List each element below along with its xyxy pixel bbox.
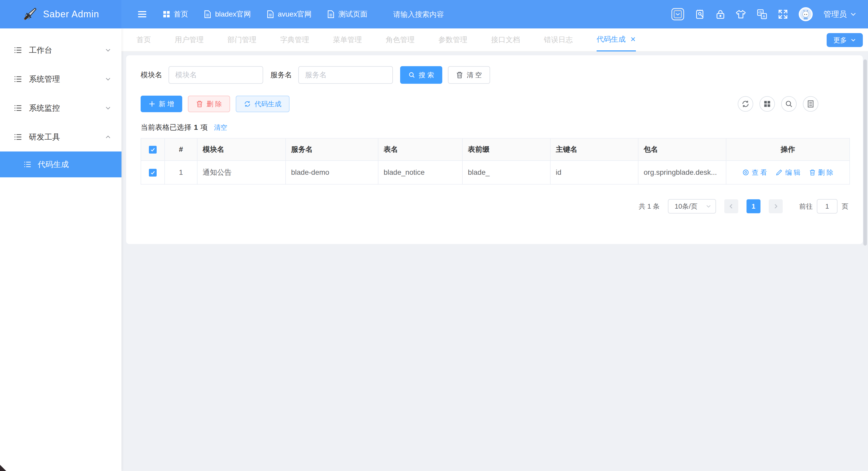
- refresh-icon-button[interactable]: [738, 96, 753, 112]
- cell-table: blade_notice: [378, 160, 462, 184]
- list-menu-icon: [13, 104, 22, 113]
- page-tab-departments[interactable]: 部门管理: [227, 28, 256, 52]
- delete-button[interactable]: 删 除: [188, 96, 230, 112]
- sidebar-item-system-monitor[interactable]: 系统监控: [0, 94, 122, 123]
- chevron-left-icon: [728, 203, 734, 210]
- debug-log-icon[interactable]: [695, 9, 705, 20]
- chevron-down-icon: [706, 203, 711, 209]
- page-tabs-bar: 首页 用户管理 部门管理 字典管理 菜单管理 角色管理 参数管理 接口文档 错误…: [122, 28, 868, 52]
- code-generate-button[interactable]: 代码生成: [236, 96, 289, 112]
- more-tabs-button[interactable]: 更多: [827, 33, 863, 47]
- plus-icon: [149, 101, 155, 107]
- clear-selection-link[interactable]: 清空: [214, 123, 227, 132]
- page-size-select[interactable]: 10条/页: [668, 199, 716, 214]
- cell-service: blade-demo: [286, 160, 378, 184]
- page-tab-code-generation[interactable]: 代码生成 ✕: [597, 28, 636, 52]
- fullscreen-icon[interactable]: [778, 9, 788, 19]
- header-search: [392, 9, 470, 19]
- search-icon: [408, 72, 415, 78]
- sidebar-item-system-management[interactable]: 系统管理: [0, 65, 122, 94]
- cell-pk: id: [550, 160, 638, 184]
- page-tab-roles[interactable]: 角色管理: [386, 28, 414, 52]
- page-tab-params[interactable]: 参数管理: [438, 28, 467, 52]
- col-actions: 操作: [726, 138, 850, 160]
- logo-area[interactable]: Saber Admin: [0, 0, 122, 28]
- view-link[interactable]: 查 看: [742, 168, 767, 177]
- columns-grid-icon-button[interactable]: [760, 96, 775, 112]
- list-menu-icon: [13, 46, 22, 55]
- prev-page-button[interactable]: [724, 199, 738, 213]
- corner-artifact: [0, 465, 6, 471]
- add-button[interactable]: 新 增: [141, 96, 182, 112]
- vertical-scrollbar-thumb[interactable]: [863, 59, 867, 246]
- panel-toggle-icon[interactable]: [671, 8, 684, 21]
- sidebar-item-code-generation-active[interactable]: 代码生成: [0, 152, 122, 177]
- check-icon: [150, 170, 155, 175]
- top-nav-avuex[interactable]: avuex官网: [267, 9, 312, 19]
- sidebar: 工作台 系统管理 系统监控 研发工具 代码生成: [0, 28, 122, 471]
- row-checkbox[interactable]: [149, 169, 157, 177]
- search-button[interactable]: 搜 索: [400, 66, 442, 84]
- delete-link[interactable]: 删 除: [809, 168, 833, 177]
- sidebar-item-workbench[interactable]: 工作台: [0, 36, 122, 65]
- lock-icon[interactable]: [716, 9, 725, 19]
- module-name-label: 模块名: [141, 70, 162, 80]
- document-icon: [327, 10, 335, 18]
- goto-page-input[interactable]: [817, 199, 837, 214]
- page-tab-home[interactable]: 首页: [136, 28, 151, 52]
- report-doc-icon-button[interactable]: [803, 96, 818, 112]
- edit-link[interactable]: 编 辑: [776, 168, 800, 177]
- sidebar-item-dev-tools[interactable]: 研发工具: [0, 123, 122, 152]
- content-area: 模块名 服务名 搜 索 清 空: [122, 52, 868, 471]
- pagination: 共 1 条 10条/页 1 前往 页: [141, 199, 848, 214]
- user-avatar[interactable]: [799, 7, 813, 21]
- col-package: 包名: [638, 138, 726, 160]
- cell-package: org.springblade.desk...: [638, 160, 726, 184]
- selection-count: 1: [194, 123, 198, 132]
- module-name-input[interactable]: [168, 66, 263, 84]
- eye-icon: [742, 169, 749, 176]
- saber-admin-app: Saber Admin 首页 bladex官网 a: [0, 0, 868, 471]
- chevron-down-icon: [850, 11, 857, 18]
- header-search-input[interactable]: [392, 10, 470, 19]
- document-icon: [267, 10, 274, 18]
- next-page-button[interactable]: [769, 199, 783, 213]
- top-nav-testpage[interactable]: 测试页面: [327, 9, 367, 19]
- svg-text:A: A: [763, 14, 765, 18]
- page-tab-menus[interactable]: 菜单管理: [333, 28, 362, 52]
- service-name-input[interactable]: [298, 66, 393, 84]
- chevron-down-icon: [105, 76, 111, 82]
- pencil-icon: [776, 169, 782, 176]
- collapse-menu-icon[interactable]: [137, 9, 147, 20]
- clear-button[interactable]: 清 空: [448, 66, 490, 84]
- theme-shirt-icon[interactable]: [736, 9, 746, 19]
- col-index: #: [165, 138, 197, 160]
- top-nav-bladex[interactable]: bladex官网: [204, 9, 251, 19]
- table-row[interactable]: 1 通知公告 blade-demo blade_notice blade_ id…: [141, 160, 850, 184]
- col-pk: 主键名: [550, 138, 638, 160]
- col-module: 模块名: [197, 138, 286, 160]
- close-tab-icon[interactable]: ✕: [630, 35, 636, 43]
- header-actions: 中A 管理员: [671, 7, 868, 21]
- page-tab-dictionary[interactable]: 字典管理: [280, 28, 309, 52]
- service-name-label: 服务名: [270, 70, 292, 80]
- top-nav-home[interactable]: 首页: [163, 9, 188, 19]
- user-menu[interactable]: 管理员: [824, 9, 857, 20]
- refresh-icon: [244, 100, 251, 107]
- trash-icon: [809, 169, 815, 176]
- page-tab-api-docs[interactable]: 接口文档: [491, 28, 520, 52]
- main-layout: 工作台 系统管理 系统监控 研发工具 代码生成: [0, 28, 868, 471]
- search-toggle-icon-button[interactable]: [781, 96, 797, 112]
- cell-prefix: blade_: [462, 160, 550, 184]
- select-all-checkbox[interactable]: [149, 146, 157, 154]
- chevron-down-icon: [105, 105, 111, 111]
- page-tab-users[interactable]: 用户管理: [175, 28, 204, 52]
- chevron-up-icon: [105, 134, 111, 140]
- row-actions: 查 看 编 辑 删 除: [732, 168, 844, 177]
- list-menu-icon: [13, 133, 22, 142]
- page-tab-error-logs[interactable]: 错误日志: [544, 28, 573, 52]
- page-number-1[interactable]: 1: [746, 199, 761, 213]
- check-icon: [150, 147, 155, 152]
- translate-icon[interactable]: 中A: [757, 9, 767, 20]
- goto-page: 前往 页: [799, 199, 848, 214]
